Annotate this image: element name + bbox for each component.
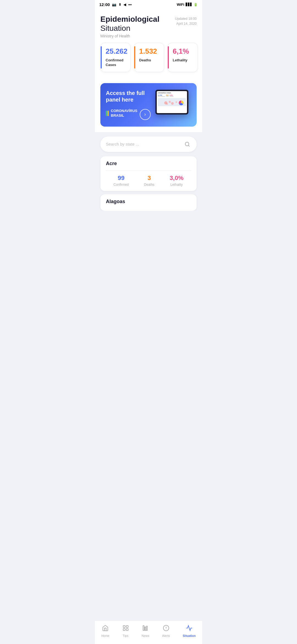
- tablet-mockup: CORONAVÍRUS // BRASIL 12.056 Casos Confi…: [155, 90, 188, 114]
- stat-card-confirmed: 25.262 Confirmed Cases: [100, 43, 131, 72]
- search-placeholder-text: Search by state ...: [106, 142, 139, 146]
- page-title-bold: Epidemiological: [100, 15, 160, 24]
- tablet-stat-deaths: 553 Óbitos: [166, 94, 169, 97]
- page-title-normal: Situation: [100, 24, 160, 33]
- banner-left: Access the full panel here CORONAVÍRUS B…: [106, 90, 155, 120]
- page-subtitle: Ministry of Health: [100, 34, 160, 38]
- brand-lines: [106, 111, 109, 116]
- lethality-number: 6,1%: [173, 47, 193, 55]
- banner-brand: CORONAVÍRUS BRASIL ›: [106, 107, 155, 120]
- acre-confirmed-number: 99: [114, 174, 129, 182]
- svg-point-2: [169, 101, 171, 103]
- upload-icon: ⬆: [119, 3, 121, 7]
- stat-card-deaths: 1.532 Deaths: [134, 43, 164, 72]
- acre-deaths-number: 3: [144, 174, 155, 182]
- state-card-alagoas-partial: Alagoas: [100, 194, 197, 211]
- deaths-label: Deaths: [139, 58, 159, 63]
- banner-section: Access the full panel here CORONAVÍRUS B…: [95, 78, 202, 132]
- state-stats-acre: 99 Confirmed 3 Deaths 3,0% Lethality: [106, 174, 191, 187]
- ellipsis-icon: •••: [128, 3, 132, 7]
- state-section: Acre 99 Confirmed 3 Deaths 3,0% Lethalit…: [95, 156, 202, 211]
- status-time: 12:00: [99, 2, 110, 7]
- battery-icon: 🔋: [194, 3, 198, 7]
- tablet-header-text: CORONAVÍRUS // BRASIL: [158, 92, 186, 94]
- state-confirmed: 99 Confirmed: [114, 174, 129, 187]
- acre-lethality-number: 3,0%: [170, 174, 183, 182]
- status-bar: 12:00 📷 ⬆ ◀ ••• WiFi ▋▋▋ 🔋: [95, 0, 202, 9]
- stat-card-lethality: 6,1% Lethality: [167, 43, 198, 72]
- state-divider: [106, 170, 191, 171]
- tablet-stat-confirmed: 12.056 Casos Confirmados: [158, 94, 165, 97]
- search-bar[interactable]: Search by state ...: [100, 137, 197, 152]
- tablet-screen: CORONAVÍRUS // BRASIL 12.056 Casos Confi…: [157, 91, 187, 113]
- header-section: Epidemiological Situation Ministry of He…: [95, 9, 202, 43]
- acre-lethality-label: Lethality: [170, 183, 183, 187]
- tablet-stat-lethality: 4,6% Letalidade: [170, 94, 174, 97]
- banner-right: CORONAVÍRUS // BRASIL 12.056 Casos Confi…: [155, 90, 191, 120]
- svg-point-3: [171, 102, 174, 105]
- navigation-icon: ◀: [123, 3, 126, 7]
- stat-border-orange: [134, 46, 135, 68]
- banner-title: Access the full panel here: [106, 90, 155, 103]
- state-deaths: 3 Deaths: [144, 174, 155, 187]
- svg-point-5: [166, 103, 168, 105]
- deaths-number: 1.532: [139, 47, 159, 55]
- lethality-label: Lethality: [173, 58, 193, 63]
- banner-arrow[interactable]: ›: [140, 109, 151, 120]
- updated-label: Updated 18:00: [175, 16, 197, 21]
- brand-line-green: [106, 111, 107, 116]
- wifi-icon: WiFi: [177, 2, 184, 7]
- brand-line-yellow: [108, 111, 109, 116]
- stat-border-pink: [168, 46, 169, 68]
- svg-line-8: [188, 145, 189, 146]
- stats-section: 25.262 Confirmed Cases 1.532 Deaths 6,1%…: [95, 43, 202, 77]
- stat-border-blue: [101, 46, 102, 68]
- search-icon[interactable]: [183, 140, 191, 148]
- tablet-map: [158, 98, 186, 106]
- acre-confirmed-label: Confirmed: [114, 183, 129, 187]
- state-name-alagoas: Alagoas: [106, 199, 191, 204]
- confirmed-number: 25.262: [106, 47, 125, 55]
- state-card-acre: Acre 99 Confirmed 3 Deaths 3,0% Lethalit…: [100, 156, 197, 191]
- acre-deaths-label: Deaths: [144, 183, 155, 187]
- brand-text: CORONAVÍRUS BRASIL: [111, 109, 138, 118]
- coronavirus-banner[interactable]: Access the full panel here CORONAVÍRUS B…: [100, 83, 197, 127]
- updated-date: April 14, 2020: [175, 21, 197, 26]
- svg-point-4: [175, 101, 177, 103]
- instagram-icon: 📷: [112, 2, 116, 7]
- state-name-acre: Acre: [106, 161, 191, 167]
- search-section: Search by state ...: [95, 132, 202, 156]
- state-lethality: 3,0% Lethality: [170, 174, 183, 187]
- confirmed-label: Confirmed Cases: [106, 58, 125, 67]
- signal-icon: ▋▋▋: [186, 3, 192, 6]
- tablet-stats: 12.056 Casos Confirmados 553 Óbitos 4,6%…: [158, 94, 186, 97]
